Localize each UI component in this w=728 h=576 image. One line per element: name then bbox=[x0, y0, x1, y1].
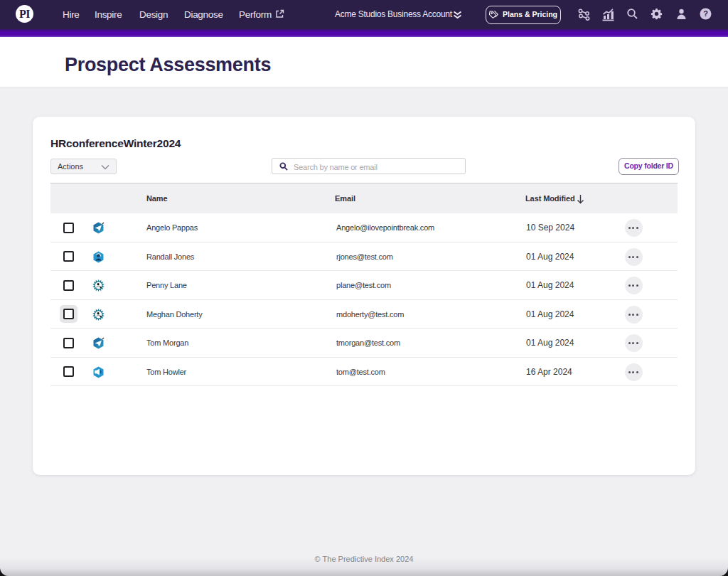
svg-text:?: ? bbox=[703, 9, 708, 18]
